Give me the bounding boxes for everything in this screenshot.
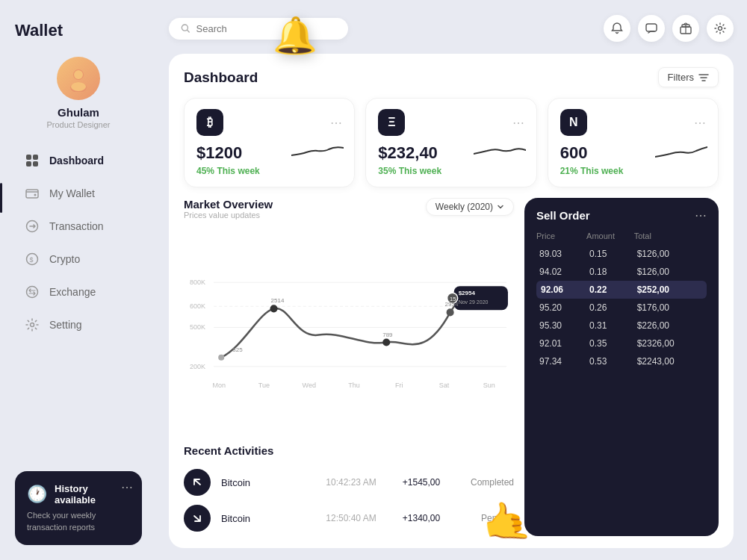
svg-text:$2954: $2954 — [459, 290, 476, 296]
transaction-icon — [24, 218, 40, 234]
activity-item: Bitcoin 10:42:23 AM +1545,00 Completed — [184, 464, 514, 500]
gift-button[interactable] — [672, 15, 699, 42]
search-icon — [181, 23, 190, 34]
filter-icon — [698, 72, 709, 83]
svg-text:Sat: Sat — [439, 382, 450, 389]
activity-amount-0: +1545,00 — [391, 477, 451, 488]
market-title: Market Overview — [184, 198, 273, 211]
svg-text:Tue: Tue — [258, 382, 270, 389]
svg-text:$: $ — [30, 256, 34, 264]
activity-time-1: 12:50:40 AM — [321, 513, 381, 523]
svg-text:Wed: Wed — [303, 382, 316, 389]
active-indicator — [0, 183, 2, 213]
dashboard-panel: Dashboard Filters ₿ ⋯ $1200 — [169, 54, 734, 548]
sidebar-item-setting[interactable]: Setting — [15, 310, 142, 340]
sidebar-item-transaction[interactable]: Transaction — [15, 211, 142, 241]
sidebar-item-crypto[interactable]: $ Crypto — [15, 244, 142, 274]
near-change: 21% This week — [560, 166, 706, 176]
activity-status-0: Completed — [462, 477, 514, 488]
search-input[interactable] — [196, 23, 336, 34]
ethereum-more[interactable]: ⋯ — [512, 116, 524, 130]
svg-point-28 — [270, 305, 278, 312]
svg-point-2 — [74, 70, 83, 79]
svg-rect-16 — [646, 24, 657, 31]
svg-text:825: 825 — [232, 346, 243, 353]
activity-amount-1: +1340,00 — [391, 513, 451, 523]
svg-rect-7 — [33, 161, 38, 167]
message-button[interactable] — [638, 15, 665, 42]
avatar — [57, 57, 100, 100]
market-overview: Market Overview Prices value updates Wee… — [184, 198, 514, 536]
market-chart: 800K 600K 500K 200K — [184, 224, 514, 438]
exchange-label: Exchange — [49, 286, 96, 298]
near-more[interactable]: ⋯ — [694, 116, 706, 130]
svg-point-13 — [27, 287, 38, 298]
svg-point-9 — [34, 194, 37, 196]
svg-rect-5 — [33, 155, 38, 160]
sidebar: Wallet Ghulam Product Designer — [0, 0, 157, 560]
svg-text:500K: 500K — [190, 323, 205, 331]
activity-name-1: Bitcoin — [221, 513, 311, 524]
activity-icon-up — [184, 469, 211, 496]
chevron-down-icon — [497, 203, 504, 211]
setting-icon — [24, 317, 40, 333]
exchange-icon — [24, 284, 40, 300]
notification-button[interactable] — [604, 15, 630, 42]
history-more-button[interactable]: ⋯ — [121, 480, 133, 494]
main-content: Dashboard Filters ₿ ⋯ $1200 — [157, 0, 747, 560]
table-row: 94.020.18$126,00 — [536, 263, 707, 281]
filters-label: Filters — [668, 72, 694, 83]
user-name: Ghulam — [58, 106, 99, 119]
table-row: 95.200.26$176,00 — [536, 299, 707, 317]
svg-point-29 — [382, 339, 390, 346]
table-row: 92.060.22$252,00 — [536, 281, 707, 299]
sell-order-table: Price Amount Total 89.030.15$126,0094.02… — [536, 231, 707, 370]
bitcoin-change: 45% This week — [196, 166, 342, 176]
svg-text:789: 789 — [382, 332, 393, 338]
svg-point-19 — [719, 27, 722, 31]
activity-name-0: Bitcoin — [221, 477, 311, 488]
sidebar-item-mywallet[interactable]: My Wallet — [15, 178, 142, 208]
table-row: 97.340.53$2243,00 — [536, 352, 707, 370]
sidebar-title: Wallet — [15, 21, 142, 40]
sell-order-more[interactable]: ⋯ — [695, 208, 707, 223]
dashboard-label: Dashboard — [49, 155, 104, 167]
col-amount: Amount — [586, 231, 634, 245]
svg-text:2514: 2514 — [271, 297, 285, 304]
period-selector[interactable]: Weekly (2020) — [426, 198, 514, 216]
ethereum-card: Ξ ⋯ $232,40 35% This week — [365, 98, 536, 187]
svg-text:Nov 29 2020: Nov 29 2020 — [459, 299, 489, 305]
history-description: Check your weekly transaction reports — [27, 510, 130, 533]
history-icon: 🕐 — [27, 485, 47, 504]
activity-item-1: Bitcoin 12:50:40 AM +1340,00 Pending — [184, 500, 514, 536]
wallet-icon — [24, 185, 40, 202]
settings-button[interactable] — [707, 15, 734, 42]
avatar-area: Ghulam Product Designer — [15, 57, 142, 129]
mywallet-label: My Wallet — [49, 187, 95, 199]
svg-rect-8 — [26, 190, 38, 198]
dashboard-title: Dashboard — [184, 69, 258, 86]
nav-menu: Dashboard My Wallet Transaction — [15, 146, 142, 340]
search-box[interactable] — [169, 18, 348, 40]
svg-text:Thu: Thu — [348, 382, 360, 389]
svg-text:Fri: Fri — [395, 382, 403, 389]
sidebar-item-exchange[interactable]: Exchange — [15, 277, 142, 307]
svg-text:600K: 600K — [190, 302, 205, 310]
ethereum-icon: Ξ — [378, 109, 405, 136]
filters-button[interactable]: Filters — [658, 67, 719, 87]
near-sparkline — [655, 139, 707, 164]
history-card: ⋯ 🕐 History available Check your weekly … — [15, 471, 142, 545]
table-row: 95.300.31$226,00 — [536, 317, 707, 335]
history-title: History available — [55, 483, 130, 505]
sidebar-item-dashboard[interactable]: Dashboard — [15, 146, 142, 175]
chart-area: 800K 600K 500K 200K — [184, 224, 514, 438]
ethereum-change: 35% This week — [378, 166, 524, 176]
svg-rect-4 — [26, 155, 31, 160]
topbar-icons — [604, 15, 734, 42]
sell-order-header: Sell Order ⋯ — [536, 208, 707, 223]
activity-status-1: Pending — [462, 513, 514, 523]
svg-point-30 — [447, 308, 454, 316]
bitcoin-more[interactable]: ⋯ — [330, 116, 342, 130]
col-total: Total — [634, 231, 707, 245]
crypto-icon: $ — [24, 251, 40, 267]
